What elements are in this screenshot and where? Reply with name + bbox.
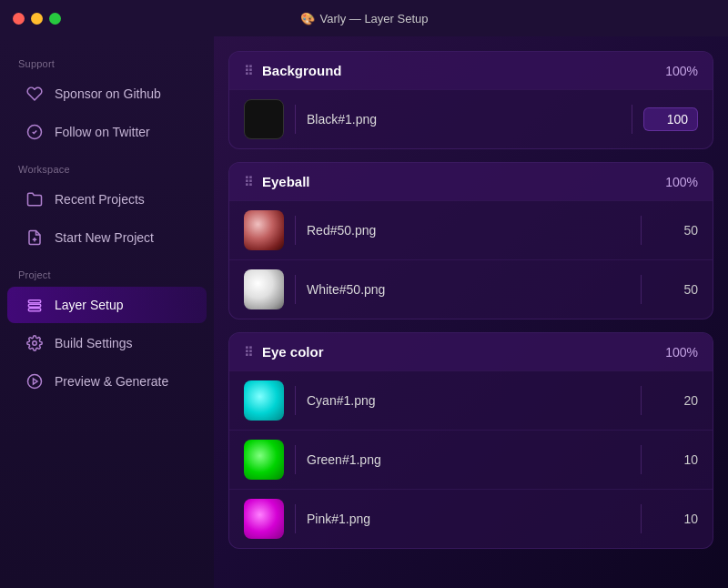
divider bbox=[295, 386, 296, 415]
thumb-black1 bbox=[244, 99, 284, 139]
folder-icon bbox=[25, 190, 44, 208]
thumb-red50 bbox=[244, 210, 284, 250]
drag-handle-eye-color[interactable]: ⠿ bbox=[244, 345, 253, 360]
traffic-lights bbox=[13, 13, 61, 25]
layer-name-black1: Black#1.png bbox=[307, 112, 621, 127]
svg-rect-5 bbox=[28, 309, 41, 311]
layer-name-red50: Red#50.png bbox=[307, 223, 630, 238]
layer-value-green1: 10 bbox=[652, 452, 698, 467]
divider bbox=[295, 105, 296, 134]
layer-row-green1: Green#1.png 10 bbox=[229, 430, 713, 489]
value-divider bbox=[641, 216, 642, 245]
svg-rect-4 bbox=[28, 304, 41, 307]
divider bbox=[295, 275, 296, 304]
background-percent: 100% bbox=[665, 64, 698, 78]
svg-point-6 bbox=[33, 341, 37, 346]
sidebar-section-project: Project bbox=[0, 262, 214, 286]
divider bbox=[295, 504, 296, 533]
file-plus-icon bbox=[25, 228, 44, 247]
value-divider bbox=[641, 386, 642, 415]
layer-row-white50: White#50.png 50 bbox=[229, 259, 713, 319]
layer-row-cyan1: Cyan#1.png 20 bbox=[229, 370, 713, 430]
start-new-project-label: Start New Project bbox=[55, 230, 154, 245]
minimize-button[interactable] bbox=[31, 13, 43, 25]
sidebar: Support Sponsor on Github Follow on Twit… bbox=[0, 36, 214, 588]
value-divider bbox=[641, 504, 642, 533]
sidebar-item-layer-setup[interactable]: Layer Setup bbox=[7, 287, 207, 323]
layer-name-green1: Green#1.png bbox=[307, 452, 630, 467]
recent-projects-label: Recent Projects bbox=[55, 192, 145, 207]
layer-group-background-title: ⠿ Background bbox=[244, 63, 342, 78]
thumb-green1 bbox=[244, 440, 284, 480]
layer-group-eye-color-header: ⠿ Eye color 100% bbox=[229, 333, 713, 370]
layer-value-cyan1: 20 bbox=[652, 393, 698, 408]
check-circle-icon bbox=[25, 123, 44, 141]
layer-group-eye-color-title: ⠿ Eye color bbox=[244, 344, 324, 360]
layer-group-background-header: ⠿ Background 100% bbox=[229, 52, 713, 89]
preview-generate-label: Preview & Generate bbox=[55, 374, 168, 389]
layer-group-eyeball-header: ⠿ Eyeball 100% bbox=[229, 163, 713, 200]
svg-rect-3 bbox=[28, 300, 41, 303]
eye-color-percent: 100% bbox=[665, 345, 698, 360]
sidebar-section-workspace: Workspace bbox=[0, 157, 214, 180]
eyeball-percent: 100% bbox=[665, 175, 698, 189]
heart-icon bbox=[25, 85, 44, 103]
sidebar-item-build-settings[interactable]: Build Settings bbox=[7, 325, 207, 361]
layer-value-red50: 50 bbox=[652, 223, 698, 238]
layer-name-pink1: Pink#1.png bbox=[307, 512, 630, 526]
maximize-button[interactable] bbox=[49, 13, 61, 25]
play-circle-icon bbox=[25, 372, 44, 390]
sidebar-item-recent-projects[interactable]: Recent Projects bbox=[7, 181, 207, 218]
layer-value-white50: 50 bbox=[652, 282, 698, 297]
layer-row-red50: Red#50.png 50 bbox=[229, 200, 713, 259]
sidebar-item-start-new-project[interactable]: Start New Project bbox=[7, 219, 207, 256]
layer-group-eye-color: ⠿ Eye color 100% Cyan#1.png 20 Green#1.p… bbox=[228, 332, 713, 549]
drag-handle-background[interactable]: ⠿ bbox=[244, 64, 253, 78]
thumb-white50 bbox=[244, 269, 284, 309]
thumb-cyan1 bbox=[244, 380, 284, 421]
gear-icon bbox=[25, 334, 44, 352]
window-title: 🎨 Varly — Layer Setup bbox=[300, 12, 429, 25]
value-divider bbox=[641, 275, 642, 304]
sponsor-github-label: Sponsor on Github bbox=[55, 86, 161, 101]
sidebar-section-support: Support bbox=[0, 51, 214, 75]
layer-name-cyan1: Cyan#1.png bbox=[307, 393, 630, 408]
svg-point-7 bbox=[28, 375, 42, 389]
layer-row-pink1: Pink#1.png 10 bbox=[229, 489, 713, 548]
app-body: Support Sponsor on Github Follow on Twit… bbox=[0, 36, 728, 588]
svg-marker-8 bbox=[34, 379, 38, 384]
layer-group-eyeball-title: ⠿ Eyeball bbox=[244, 174, 310, 189]
divider bbox=[295, 445, 296, 474]
layer-value-black1[interactable] bbox=[643, 107, 698, 131]
sidebar-item-preview-generate[interactable]: Preview & Generate bbox=[7, 363, 207, 400]
sidebar-item-sponsor-github[interactable]: Sponsor on Github bbox=[7, 76, 207, 112]
layer-group-background: ⠿ Background 100% Black#1.png bbox=[228, 51, 713, 149]
layer-row-black1: Black#1.png bbox=[229, 89, 713, 148]
thumb-pink1 bbox=[244, 499, 284, 539]
layers-icon bbox=[25, 296, 44, 314]
value-divider bbox=[632, 105, 632, 134]
value-divider bbox=[641, 445, 642, 474]
sidebar-item-follow-twitter[interactable]: Follow on Twitter bbox=[7, 114, 207, 150]
layer-setup-label: Layer Setup bbox=[55, 298, 124, 312]
divider bbox=[295, 216, 296, 245]
layer-value-pink1: 10 bbox=[652, 512, 698, 526]
titlebar: 🎨 Varly — Layer Setup bbox=[0, 0, 728, 36]
layer-name-white50: White#50.png bbox=[307, 282, 630, 297]
app-icon: 🎨 bbox=[300, 12, 315, 25]
drag-handle-eyeball[interactable]: ⠿ bbox=[244, 175, 253, 189]
content-area: ⠿ Background 100% Black#1.png ⠿ Eyeball bbox=[214, 36, 728, 588]
build-settings-label: Build Settings bbox=[55, 336, 133, 350]
close-button[interactable] bbox=[13, 13, 25, 25]
layer-group-eyeball: ⠿ Eyeball 100% Red#50.png 50 White#50.pn… bbox=[228, 162, 713, 319]
follow-twitter-label: Follow on Twitter bbox=[55, 125, 150, 139]
